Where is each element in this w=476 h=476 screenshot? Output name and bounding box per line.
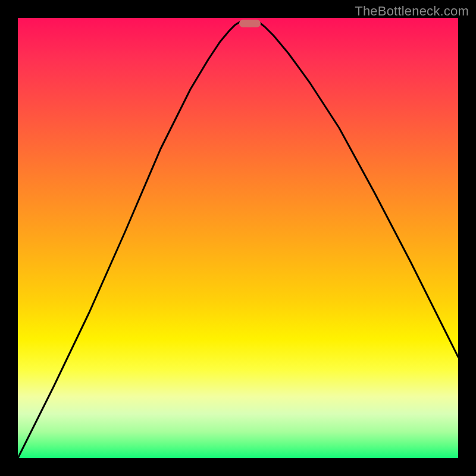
outer-frame: TheBottleneck.com	[0, 0, 476, 476]
bottleneck-curve	[18, 18, 458, 458]
curve-right-branch	[259, 22, 458, 357]
curve-left-branch	[18, 22, 240, 458]
plot-area	[18, 18, 458, 458]
watermark-text: TheBottleneck.com	[355, 4, 469, 19]
bottom-marker	[239, 20, 261, 27]
